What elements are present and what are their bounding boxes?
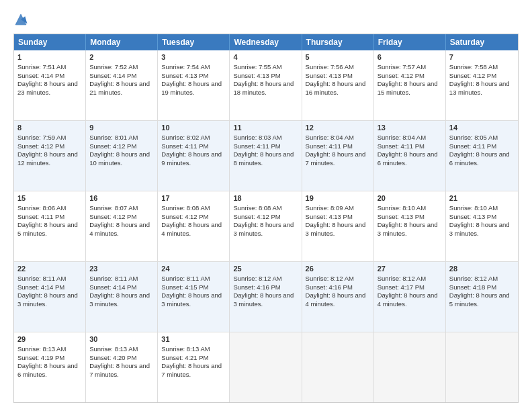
sunset-label: Sunset: 4:15 PM [161, 283, 208, 291]
calendar-cell: 21Sunrise: 8:10 AMSunset: 4:13 PMDayligh… [446, 191, 518, 261]
calendar-cell: 25Sunrise: 8:12 AMSunset: 4:16 PMDayligh… [230, 262, 302, 332]
sunset-label: Sunset: 4:13 PM [306, 213, 353, 220]
sunrise-label: Sunrise: 8:11 AM [17, 275, 66, 282]
sunrise-label: Sunrise: 8:07 AM [89, 204, 138, 212]
sunset-label: Sunset: 4:14 PM [17, 283, 64, 291]
daylight-label: Daylight: 8 hours and 6 minutes. [449, 150, 510, 167]
calendar-cell [302, 332, 374, 402]
calendar-cell: 10Sunrise: 8:02 AMSunset: 4:11 PMDayligh… [158, 121, 230, 191]
sunrise-label: Sunrise: 8:12 AM [306, 275, 354, 282]
sunset-label: Sunset: 4:11 PM [161, 142, 208, 150]
calendar-cell: 20Sunrise: 8:10 AMSunset: 4:13 PMDayligh… [374, 191, 446, 261]
sunset-label: Sunset: 4:13 PM [449, 213, 496, 220]
calendar-row-4: 22Sunrise: 8:11 AMSunset: 4:14 PMDayligh… [14, 261, 518, 332]
calendar-cell: 9Sunrise: 8:01 AMSunset: 4:12 PMDaylight… [86, 121, 158, 191]
day-number: 12 [306, 123, 370, 133]
day-number: 8 [17, 123, 82, 133]
day-number: 6 [378, 52, 442, 62]
sunset-label: Sunset: 4:13 PM [306, 72, 353, 79]
daylight-label: Daylight: 8 hours and 4 minutes. [306, 291, 366, 308]
daylight-label: Daylight: 8 hours and 13 minutes. [449, 80, 510, 96]
calendar-cell [230, 332, 302, 402]
daylight-label: Daylight: 8 hours and 5 minutes. [17, 221, 78, 237]
day-number: 15 [17, 193, 82, 203]
calendar-row-5: 29Sunrise: 8:13 AMSunset: 4:19 PMDayligh… [14, 332, 518, 402]
daylight-label: Daylight: 8 hours and 3 minutes. [17, 291, 78, 308]
day-number: 22 [17, 264, 82, 274]
sunrise-label: Sunrise: 8:04 AM [306, 134, 354, 141]
daylight-label: Daylight: 8 hours and 3 minutes. [89, 291, 150, 308]
sunset-label: Sunset: 4:12 PM [89, 142, 136, 150]
header-day-wednesday: Wednesday [230, 34, 302, 50]
header-day-thursday: Thursday [302, 34, 374, 50]
daylight-label: Daylight: 8 hours and 3 minutes. [306, 221, 366, 237]
sunrise-label: Sunrise: 8:12 AM [449, 275, 498, 282]
daylight-label: Daylight: 8 hours and 7 minutes. [161, 362, 222, 378]
daylight-label: Daylight: 8 hours and 8 minutes. [233, 150, 294, 167]
header-day-sunday: Sunday [14, 34, 86, 50]
calendar-header: SundayMondayTuesdayWednesdayThursdayFrid… [14, 34, 518, 50]
sunset-label: Sunset: 4:12 PM [378, 72, 425, 79]
calendar-cell: 1Sunrise: 7:51 AMSunset: 4:14 PMDaylight… [14, 50, 86, 120]
calendar-row-3: 15Sunrise: 8:06 AMSunset: 4:11 PMDayligh… [14, 191, 518, 261]
calendar-cell: 11Sunrise: 8:03 AMSunset: 4:11 PMDayligh… [230, 121, 302, 191]
day-number: 9 [89, 123, 154, 133]
sunset-label: Sunset: 4:13 PM [161, 72, 208, 79]
day-number: 29 [17, 334, 82, 345]
calendar-row-1: 1Sunrise: 7:51 AMSunset: 4:14 PMDaylight… [14, 50, 518, 120]
page: SundayMondayTuesdayWednesdayThursdayFrid… [0, 0, 532, 411]
calendar-cell: 30Sunrise: 8:13 AMSunset: 4:20 PMDayligh… [86, 332, 158, 402]
calendar-cell: 18Sunrise: 8:08 AMSunset: 4:12 PMDayligh… [230, 191, 302, 261]
day-number: 31 [161, 334, 226, 345]
calendar-cell: 14Sunrise: 8:05 AMSunset: 4:11 PMDayligh… [446, 121, 518, 191]
logo-icon [13, 12, 28, 27]
day-number: 4 [233, 52, 298, 62]
calendar-row-2: 8Sunrise: 7:59 AMSunset: 4:12 PMDaylight… [14, 120, 518, 191]
calendar-cell: 16Sunrise: 8:07 AMSunset: 4:12 PMDayligh… [86, 191, 158, 261]
sunset-label: Sunset: 4:21 PM [161, 354, 208, 361]
sunset-label: Sunset: 4:20 PM [89, 354, 136, 361]
calendar-cell: 8Sunrise: 7:59 AMSunset: 4:12 PMDaylight… [14, 121, 86, 191]
sunset-label: Sunset: 4:11 PM [378, 142, 425, 150]
sunrise-label: Sunrise: 8:11 AM [161, 275, 210, 282]
daylight-label: Daylight: 8 hours and 6 minutes. [17, 362, 78, 378]
sunrise-label: Sunrise: 8:08 AM [233, 204, 281, 212]
sunrise-label: Sunrise: 8:11 AM [89, 275, 138, 282]
sunrise-label: Sunrise: 7:59 AM [17, 134, 66, 141]
day-number: 7 [449, 52, 515, 62]
logo [13, 12, 31, 27]
sunrise-label: Sunrise: 8:13 AM [17, 345, 66, 353]
calendar-cell: 24Sunrise: 8:11 AMSunset: 4:15 PMDayligh… [158, 262, 230, 332]
daylight-label: Daylight: 8 hours and 9 minutes. [161, 150, 222, 167]
sunset-label: Sunset: 4:14 PM [89, 72, 136, 79]
sunrise-label: Sunrise: 7:54 AM [161, 63, 210, 71]
sunset-label: Sunset: 4:11 PM [17, 213, 64, 220]
day-number: 19 [306, 193, 370, 203]
day-number: 23 [89, 264, 154, 274]
sunrise-label: Sunrise: 7:52 AM [89, 63, 138, 71]
day-number: 17 [161, 193, 226, 203]
sunset-label: Sunset: 4:13 PM [378, 213, 425, 220]
calendar-cell: 12Sunrise: 8:04 AMSunset: 4:11 PMDayligh… [302, 121, 374, 191]
sunrise-label: Sunrise: 7:57 AM [378, 63, 426, 71]
calendar-cell: 7Sunrise: 7:58 AMSunset: 4:12 PMDaylight… [446, 50, 518, 120]
sunset-label: Sunset: 4:16 PM [233, 283, 280, 291]
sunrise-label: Sunrise: 8:05 AM [449, 134, 498, 141]
day-number: 1 [17, 52, 82, 62]
sunrise-label: Sunrise: 8:03 AM [233, 134, 281, 141]
sunrise-label: Sunrise: 8:12 AM [233, 275, 281, 282]
calendar-cell: 17Sunrise: 8:08 AMSunset: 4:12 PMDayligh… [158, 191, 230, 261]
header [13, 12, 519, 27]
calendar-cell: 29Sunrise: 8:13 AMSunset: 4:19 PMDayligh… [14, 332, 86, 402]
calendar-body: 1Sunrise: 7:51 AMSunset: 4:14 PMDaylight… [14, 50, 518, 402]
sunset-label: Sunset: 4:18 PM [449, 283, 496, 291]
daylight-label: Daylight: 8 hours and 3 minutes. [161, 291, 222, 308]
day-number: 16 [89, 193, 154, 203]
day-number: 2 [89, 52, 154, 62]
header-day-tuesday: Tuesday [158, 34, 230, 50]
day-number: 30 [89, 334, 154, 345]
sunset-label: Sunset: 4:12 PM [449, 72, 496, 79]
calendar-cell: 13Sunrise: 8:04 AMSunset: 4:11 PMDayligh… [374, 121, 446, 191]
sunrise-label: Sunrise: 8:06 AM [17, 204, 66, 212]
daylight-label: Daylight: 8 hours and 7 minutes. [89, 362, 150, 378]
